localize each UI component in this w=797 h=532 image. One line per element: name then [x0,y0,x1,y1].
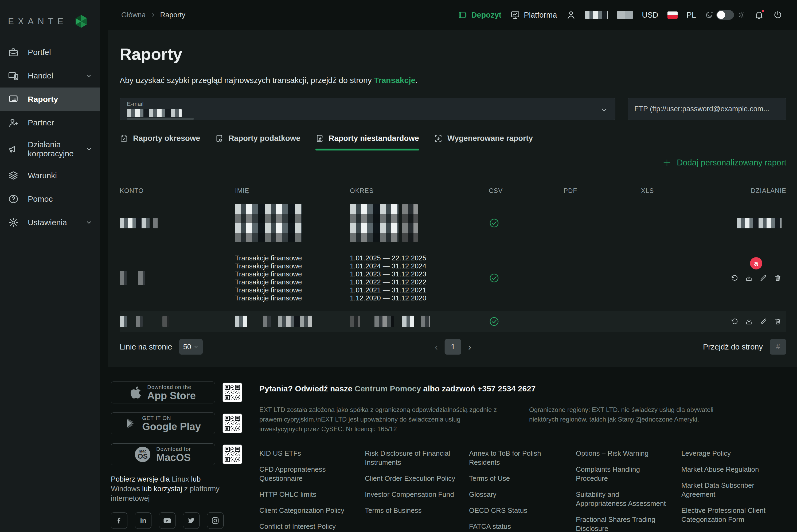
facebook-icon[interactable] [111,512,127,529]
sidebar-item-pomoc[interactable]: Pomoc [0,187,100,211]
currency-label[interactable]: USD [642,11,658,19]
sidebar-item-partner[interactable]: Partner [0,111,100,134]
csv-available-check-icon[interactable] [489,218,564,228]
footer-link[interactable]: Glossary [469,490,576,499]
redacted-account [120,316,127,327]
prev-page-arrow[interactable]: ‹ [435,342,438,352]
download-icon[interactable] [745,274,753,282]
tab-raporty-podatkowe[interactable]: Raporty podatkowe [215,134,300,150]
user-profile-icon[interactable] [566,10,576,20]
sidebar-item-handel[interactable]: Handel [0,64,100,88]
edit-pencil-icon[interactable] [760,274,767,282]
sidebar-item-ustawienia[interactable]: Ustawienia [0,211,100,234]
sidebar-item-portfel[interactable]: Portfel [0,41,100,64]
sidebar-item-dzialania-korporacyjne[interactable]: Działania korporacyjne [0,134,100,164]
add-report-row: Dodaj personalizowany raport [120,150,786,175]
sidebar-item-label: Działania korporacyjne [28,140,77,158]
windows-link[interactable]: Windows [111,485,140,493]
linkedin-icon[interactable]: in [135,512,151,529]
logo[interactable]: EXANTE [0,10,100,41]
footer-link[interactable]: Client Order Execution Policy [365,474,469,483]
restore-icon[interactable] [731,318,738,325]
footer-link[interactable]: Elective Professional Client Categorizat… [681,506,781,524]
platform-button[interactable]: Platforma [510,10,557,20]
ftp-field[interactable]: FTP (ftp://user:password@example.com... [628,98,786,120]
macos-download-button[interactable]: macOS Download forMacOS [111,443,215,465]
notifications-bell-icon[interactable] [754,10,764,20]
footer-link[interactable]: CFD Appropriateness Questionnaire [259,465,365,483]
footer-link[interactable]: HTTP OHLC limits [259,490,365,499]
chevron-down-icon [86,219,92,226]
redacted-actions [737,218,781,228]
report-icon [8,94,20,104]
footer-link[interactable]: Complaints Handling Procedure [576,465,681,483]
download-icon[interactable] [745,318,753,325]
twitter-icon[interactable] [183,512,200,529]
apple-icon [130,385,141,399]
intro-prefix: Aby uzyskać szybki przegląd najnowszych … [120,76,374,84]
language-label[interactable]: PL [687,11,696,19]
youtube-icon[interactable] [159,512,176,529]
help-center-link[interactable]: Centrum Pomocy [355,384,421,393]
sidebar-item-warunki[interactable]: Warunki [0,164,100,187]
footer-link[interactable]: Terms of Business [365,506,469,515]
add-custom-report-button[interactable]: Dodaj personalizowany raport [663,158,786,168]
tab-raporty-niestandardowe[interactable]: Raporty niestandardowe [315,134,419,150]
footer-link[interactable]: Annex to ToB for Polish Residents [469,449,576,467]
desktop-download-text: Pobierz wersję dla Linux lub Windows lub… [111,474,231,503]
megaphone-icon [8,144,20,154]
devices-icon [8,71,20,81]
transactions-link[interactable]: Transakcje [374,76,415,84]
logout-power-icon[interactable] [773,10,783,20]
next-page-arrow[interactable]: › [468,342,471,352]
row-actions: a [731,274,786,282]
store-name: App Store [147,390,196,401]
csv-available-check-icon[interactable] [489,273,564,283]
footer-link[interactable]: Options – Risk Warning [576,449,681,458]
deposit-label: Depozyt [471,11,501,19]
edit-pencil-icon[interactable] [760,318,767,325]
delete-trash-icon[interactable] [774,274,781,282]
tab-wygenerowane-raporty[interactable]: Wygenerowane raporty [434,134,533,150]
breadcrumb-home[interactable]: Główna [121,11,146,19]
tab-label: Raporty podatkowe [228,134,300,143]
footer-link[interactable]: Fractional Shares Trading Disclosure [576,515,681,532]
current-page-box[interactable]: 1 [445,339,461,355]
footer-link[interactable]: Market Abuse Regulation [681,465,781,474]
poland-flag-icon[interactable] [668,12,677,19]
google-play-button[interactable]: GET IT ONGoogle Play [111,413,215,434]
app-store-qr-code [222,383,242,402]
footer-link[interactable]: Investor Compensation Fund [365,490,469,499]
chevron-down-icon [193,344,199,349]
per-page-select[interactable]: 50 [179,339,203,355]
sidebar-item-label: Portfel [28,48,92,57]
footer-link[interactable]: Market Data Subscriber Agreement [681,481,781,499]
brand-wordmark: EXANTE [8,16,67,26]
footer-link[interactable]: Leverage Policy [681,449,781,458]
dark-mode-toggle[interactable] [716,10,734,20]
restore-icon[interactable] [731,274,738,282]
delete-trash-icon[interactable] [774,318,781,325]
deposit-button[interactable]: Depozyt [458,10,501,20]
csv-available-check-icon[interactable] [489,316,564,327]
footer-link[interactable]: Risk Disclosure of Financial Instruments [365,449,469,467]
linux-link[interactable]: Linux [172,475,189,483]
tab-raporty-okresowe[interactable]: Raporty okresowe [120,134,200,150]
footer-link[interactable]: KID US ETFs [259,449,365,458]
report-periods: 1.01.2025 — 22.12.2025 1.01.2024 — 31.12… [350,254,489,302]
footer-link[interactable]: Client Categorization Policy [259,506,365,515]
store-name: Google Play [142,421,201,432]
instagram-icon[interactable] [207,512,223,529]
footer-link[interactable]: FATCA status [469,522,576,531]
footer-link[interactable]: OECD CRS Status [469,506,576,515]
footer-link[interactable]: Suitability and Appropriateness Assessme… [576,490,681,508]
per-page-label: Linie na stronie [120,343,172,352]
goto-page-input[interactable] [770,339,786,355]
footer-link[interactable]: Conflict of Interest Policy [259,522,365,531]
app-store-button[interactable]: Download on theApp Store [111,381,215,403]
footer-link[interactable]: Terms of Use [469,474,576,483]
sidebar-item-raporty[interactable]: Raporty [0,88,100,111]
theme-switcher [705,10,745,20]
email-account-select[interactable]: E-mail [120,98,615,120]
per-page-value: 50 [183,343,191,351]
